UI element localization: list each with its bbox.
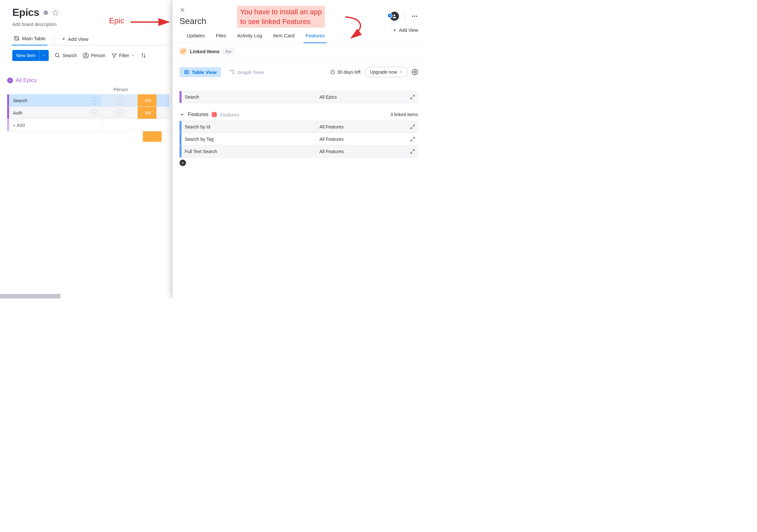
- board-panel: Epics Add board description Main Table A…: [0, 0, 172, 298]
- item-panel: Search + Updates Files Activity Log Item…: [172, 0, 425, 298]
- group-header[interactable]: All Epics: [7, 77, 169, 84]
- tab-updates[interactable]: Updates: [187, 33, 205, 43]
- tab-activity-log[interactable]: Activity Log: [237, 33, 262, 43]
- features-count: 3 linked items: [390, 112, 418, 117]
- info-icon[interactable]: [43, 10, 48, 15]
- group-name[interactable]: All Epics: [15, 77, 37, 84]
- cell-person[interactable]: [102, 95, 137, 106]
- search-label: Search: [62, 53, 76, 58]
- cell-status[interactable]: Wo: [137, 95, 157, 106]
- svg-rect-33: [232, 73, 234, 74]
- linked-items-title: Linked Items: [190, 49, 220, 54]
- linked-item-name[interactable]: Search: [181, 91, 316, 103]
- linked-row[interactable]: Search All Epics: [179, 91, 418, 103]
- table-row[interactable]: Auth Wo: [7, 107, 169, 119]
- divider: [405, 12, 405, 20]
- bottom-strip: [0, 294, 60, 298]
- board-description[interactable]: Add board description: [12, 22, 163, 27]
- members-avatar[interactable]: +: [390, 12, 399, 21]
- chevron-down-icon[interactable]: [179, 112, 185, 117]
- cell-person[interactable]: [102, 107, 137, 119]
- linked-item-name[interactable]: Full Text Search: [181, 145, 316, 157]
- svg-point-15: [119, 99, 120, 100]
- trial-days: 30 days left: [330, 70, 361, 74]
- person-avatar-empty[interactable]: [116, 109, 124, 117]
- features-title[interactable]: Features: [188, 112, 208, 117]
- gear-icon[interactable]: [411, 69, 418, 75]
- add-view-label: Add View: [68, 36, 88, 42]
- expand-icon[interactable]: [407, 124, 418, 129]
- more-icon[interactable]: [411, 13, 418, 20]
- cell-name[interactable]: Search: [9, 95, 102, 106]
- svg-point-12: [85, 54, 87, 55]
- add-update-icon[interactable]: [91, 97, 98, 104]
- features-subtitle[interactable]: Features: [220, 112, 239, 117]
- tab-item-card[interactable]: Item Card: [273, 33, 294, 43]
- svg-rect-32: [232, 70, 234, 71]
- view-toggle-label: Table View: [192, 70, 217, 75]
- svg-line-10: [58, 56, 59, 57]
- app-badge: App: [223, 49, 234, 54]
- new-item-chevron[interactable]: [39, 50, 49, 61]
- linked-item-group: All Features: [316, 137, 407, 142]
- panel-add-view[interactable]: Add View: [392, 28, 418, 33]
- expand-icon[interactable]: [407, 95, 418, 99]
- tab-files[interactable]: Files: [216, 33, 226, 43]
- link-icon: [179, 48, 187, 55]
- add-update-icon[interactable]: [91, 109, 98, 117]
- add-row[interactable]: + Add: [7, 119, 169, 131]
- svg-point-21: [393, 14, 395, 16]
- linked-item-group: All Features: [316, 149, 407, 154]
- filter-label: Filter: [119, 53, 129, 58]
- star-icon[interactable]: [52, 10, 59, 16]
- view-tab-main-table[interactable]: Main Table: [12, 33, 47, 45]
- close-icon[interactable]: [179, 7, 185, 13]
- panel-title[interactable]: Search: [179, 16, 418, 26]
- group-collapse-icon[interactable]: [7, 77, 13, 83]
- sort-tool[interactable]: [141, 53, 146, 58]
- graph-view-toggle[interactable]: Graph View: [225, 67, 268, 77]
- svg-point-24: [416, 15, 417, 17]
- add-view-label: Add View: [399, 28, 418, 33]
- linked-row[interactable]: Search by Id All Features: [179, 121, 418, 133]
- svg-point-22: [412, 15, 413, 17]
- divider: [54, 35, 54, 43]
- svg-point-18: [119, 111, 120, 113]
- view-toggle-label: Graph View: [237, 70, 264, 75]
- linked-item-group: All Features: [316, 124, 407, 129]
- svg-point-6: [17, 39, 19, 41]
- table-view-toggle[interactable]: Table View: [179, 67, 221, 77]
- linked-row[interactable]: Full Text Search All Features: [179, 145, 418, 158]
- linked-item-group: All Epics: [316, 95, 407, 99]
- expand-icon[interactable]: [407, 149, 418, 154]
- linked-row[interactable]: Search by Tag All Features: [179, 133, 418, 145]
- linked-item-name[interactable]: Search by Id: [181, 121, 316, 133]
- cell-name[interactable]: Auth: [9, 107, 102, 119]
- table-row[interactable]: Search Wo: [7, 95, 169, 107]
- new-item-button[interactable]: New Item: [12, 50, 49, 61]
- person-tool[interactable]: Person: [82, 52, 105, 59]
- add-member-icon[interactable]: +: [387, 13, 392, 18]
- search-tool[interactable]: Search: [54, 53, 76, 58]
- item-name: Auth: [13, 110, 22, 116]
- column-headers: Person: [7, 87, 169, 92]
- linked-item-name[interactable]: Search by Tag: [181, 133, 316, 145]
- svg-point-35: [414, 71, 416, 73]
- view-tab-label: Main Table: [22, 36, 45, 41]
- add-row-label[interactable]: + Add: [9, 119, 102, 131]
- expand-icon[interactable]: [407, 137, 418, 142]
- upgrade-label: Upgrade now: [370, 70, 397, 74]
- upgrade-button[interactable]: Upgrade now: [365, 67, 408, 77]
- cell-status[interactable]: Wo: [137, 107, 157, 119]
- tab-features[interactable]: Features: [305, 33, 325, 43]
- column-person[interactable]: Person: [114, 87, 128, 92]
- add-linked-item[interactable]: +: [179, 159, 186, 166]
- person-avatar-empty[interactable]: [116, 96, 124, 105]
- svg-rect-1: [45, 12, 46, 14]
- divider: [384, 26, 384, 35]
- board-color-icon: [212, 112, 217, 117]
- board-title[interactable]: Epics: [12, 7, 39, 18]
- trial-label: 30 days left: [337, 70, 361, 74]
- filter-tool[interactable]: Filter: [111, 53, 135, 58]
- add-view-button[interactable]: Add View: [61, 36, 88, 42]
